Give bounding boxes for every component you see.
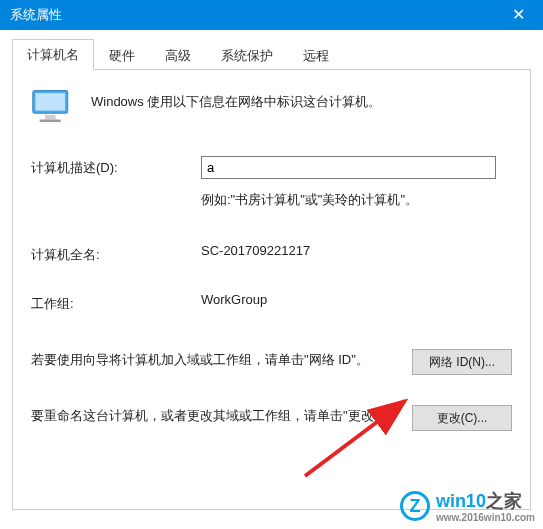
watermark: Z win10之家 www.2016win10.com (400, 489, 535, 523)
watermark-brand1: win10 (436, 491, 486, 511)
watermark-brand2: 之家 (486, 491, 522, 511)
watermark-text: win10之家 www.2016win10.com (436, 489, 535, 523)
intro-text: Windows 使用以下信息在网络中标识这台计算机。 (91, 88, 381, 112)
row-change: 要重命名这台计算机，或者更改其域或工作组，请单击"更改"。 更改(C)... (31, 405, 512, 431)
value-workgroup: WorkGroup (201, 292, 512, 307)
row-description: 计算机描述(D): (31, 156, 512, 179)
tab-body: Windows 使用以下信息在网络中标识这台计算机。 计算机描述(D): 例如:… (12, 70, 531, 510)
description-input[interactable] (201, 156, 496, 179)
value-fullname: SC-201709221217 (201, 243, 512, 258)
svg-rect-2 (45, 115, 56, 119)
tab-remote[interactable]: 远程 (288, 40, 344, 70)
label-fullname: 计算机全名: (31, 243, 201, 264)
svg-rect-1 (35, 93, 65, 111)
watermark-url: www.2016win10.com (436, 513, 535, 523)
dialog-client: 计算机名 硬件 高级 系统保护 远程 Windows 使用以下信息在网络中标识这… (0, 30, 543, 510)
label-description: 计算机描述(D): (31, 156, 201, 177)
window-title: 系统属性 (10, 0, 62, 30)
text-change: 要重命名这台计算机，或者更改其域或工作组，请单击"更改"。 (31, 405, 400, 427)
tab-system-protection[interactable]: 系统保护 (206, 40, 288, 70)
titlebar: 系统属性 ✕ (0, 0, 543, 30)
tabstrip: 计算机名 硬件 高级 系统保护 远程 (12, 38, 531, 70)
label-workgroup: 工作组: (31, 292, 201, 313)
tab-hardware[interactable]: 硬件 (94, 40, 150, 70)
row-fullname: 计算机全名: SC-201709221217 (31, 243, 512, 264)
change-button[interactable]: 更改(C)... (412, 405, 512, 431)
network-id-button[interactable]: 网络 ID(N)... (412, 349, 512, 375)
intro-row: Windows 使用以下信息在网络中标识这台计算机。 (31, 88, 512, 128)
row-workgroup: 工作组: WorkGroup (31, 292, 512, 313)
computer-icon (31, 88, 73, 128)
tab-computer-name[interactable]: 计算机名 (12, 39, 94, 70)
text-network-id: 若要使用向导将计算机加入域或工作组，请单击"网络 ID"。 (31, 349, 400, 371)
svg-rect-3 (40, 119, 61, 122)
tab-advanced[interactable]: 高级 (150, 40, 206, 70)
row-network-id: 若要使用向导将计算机加入域或工作组，请单击"网络 ID"。 网络 ID(N)..… (31, 349, 512, 375)
description-hint: 例如:"书房计算机"或"美玲的计算机"。 (201, 191, 512, 209)
close-icon[interactable]: ✕ (504, 0, 533, 30)
watermark-logo-letter: Z (409, 496, 420, 517)
watermark-logo-icon: Z (400, 491, 430, 521)
